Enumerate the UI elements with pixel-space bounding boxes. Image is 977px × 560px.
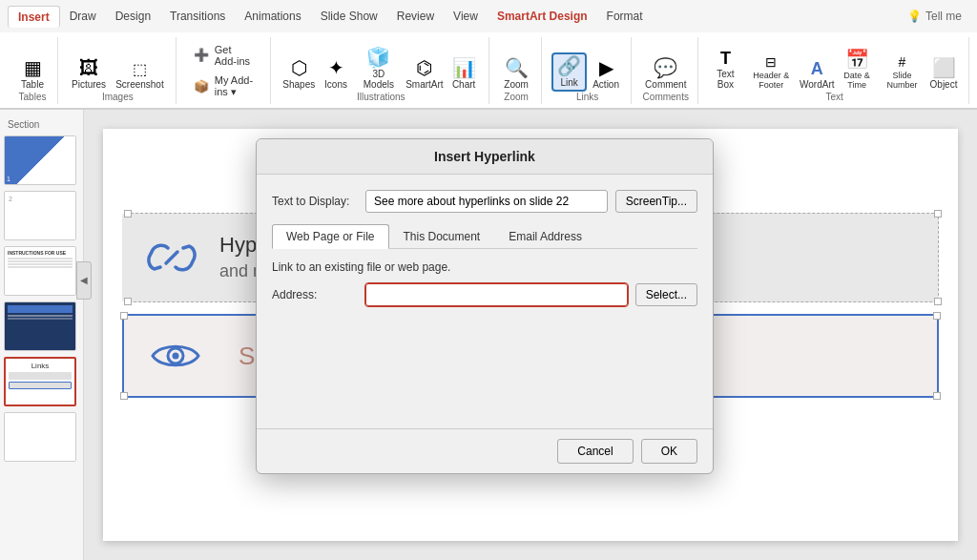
wordart-icon: A (811, 60, 823, 77)
chart-button[interactable]: 📊 Chart (447, 56, 481, 92)
tab-transitions[interactable]: Transitions (160, 6, 235, 27)
link-icon: 🔗 (557, 56, 581, 75)
text-group-label: Text (826, 92, 843, 104)
dialog-title: Insert Hyperlink (257, 139, 713, 175)
shapes-button[interactable]: ⬡ Shapes (281, 56, 317, 92)
slide-thumb-3[interactable]: INSTRUCTIONS FOR USE (4, 246, 76, 296)
lightbulb-icon: 💡 (907, 10, 922, 23)
slidenumber-icon: # (899, 55, 906, 69)
action-icon: ▶ (599, 58, 613, 77)
slide-thumb-5-active[interactable]: Links (4, 357, 76, 406)
zoom-group-label: Zoom (504, 92, 529, 104)
text-to-display-input[interactable] (365, 190, 608, 213)
tab-view[interactable]: View (444, 6, 488, 27)
shapes-icon: ⬡ (291, 58, 307, 77)
zoom-icon: 🔍 (505, 58, 529, 77)
slide-thumb-2[interactable]: 2 (4, 191, 76, 240)
get-addins-button[interactable]: ➕ Get Add-ins (186, 42, 263, 69)
ribbon-group-illustrations: ⬡ Shapes ✦ Icons 🧊 3D Models ⌬ SmartArt … (273, 37, 489, 104)
address-row: Address: Select... (272, 283, 697, 306)
canvas-area: Links (84, 110, 977, 560)
tell-me-bar[interactable]: 💡 Tell me (900, 6, 969, 27)
ribbon-group-links: 🔗 Link ▶ Action Links (544, 37, 632, 104)
tab-review[interactable]: Review (387, 6, 444, 27)
tab-format[interactable]: Format (597, 6, 653, 27)
tab-this-document[interactable]: This Document (389, 224, 495, 248)
ribbon-content: ▦ Table Tables 🖼 Pictures ⬚ Screenshot I… (0, 32, 977, 109)
ok-button[interactable]: OK (641, 439, 697, 464)
smartart-icon: ⌬ (416, 58, 432, 77)
object-icon: ⬜ (932, 58, 956, 77)
insert-hyperlink-dialog: Insert Hyperlink Text to Display: Screen… (256, 138, 714, 474)
dialog-body: Text to Display: ScreenTip... Web Page o… (257, 175, 713, 428)
action-button[interactable]: ▶ Action (589, 56, 623, 92)
ribbon-group-images: 🖼 Pictures ⬚ Screenshot Images (60, 37, 177, 104)
dialog-footer: Cancel OK (257, 428, 713, 473)
screenshot-icon: ⬚ (133, 62, 147, 77)
main-layout: Section 1 2 INSTRUCTIONS FOR USE (0, 110, 977, 560)
illustrations-group-label: Illustrations (357, 92, 405, 104)
header-footer-button[interactable]: ⊟ Header & Footer (744, 53, 798, 92)
datetime-icon: 📅 (845, 50, 869, 69)
tell-me-label: Tell me (925, 10, 962, 23)
ribbon-group-tables: ▦ Table Tables (8, 37, 58, 104)
tab-draw[interactable]: Draw (60, 6, 106, 27)
my-addins-icon: 📦 (194, 79, 209, 93)
comment-icon: 💬 (654, 58, 677, 77)
tab-design[interactable]: Design (106, 6, 160, 27)
ribbon-tab-bar: Insert Draw Design Transitions Animation… (0, 0, 977, 32)
address-input[interactable] (365, 283, 628, 306)
textbox-button[interactable]: T Text Box (708, 48, 742, 92)
icons-button[interactable]: ✦ Icons (319, 56, 353, 92)
slide-thumb-1[interactable]: 1 (4, 135, 76, 185)
comments-group-label: Comments (643, 92, 689, 104)
icons-icon: ✦ (328, 58, 344, 77)
pictures-button[interactable]: 🖼 Pictures (68, 56, 110, 92)
slide-thumb-6[interactable] (4, 412, 76, 462)
text-to-display-label: Text to Display: (272, 195, 358, 208)
address-label: Address: (272, 288, 358, 301)
textbox-icon: T (720, 50, 731, 67)
datetime-button[interactable]: 📅 Date & Time (836, 48, 878, 92)
smartart-button[interactable]: ⌬ SmartArt (405, 56, 445, 92)
dialog-description: Link to an existing file or web page. (272, 260, 697, 274)
3d-models-button[interactable]: 🧊 3D Models (355, 46, 403, 92)
section-label: Section (4, 117, 79, 135)
screenshot-button[interactable]: ⬚ Screenshot (112, 60, 168, 92)
wordart-button[interactable]: A WordArt (800, 58, 834, 92)
header-icon: ⊟ (765, 55, 777, 69)
links-group-label: Links (576, 92, 598, 104)
screentip-button[interactable]: ScreenTip... (615, 190, 697, 213)
comment-button[interactable]: 💬 Comment (641, 56, 690, 92)
text-to-display-row: Text to Display: ScreenTip... (272, 190, 697, 213)
images-group-label: Images (102, 92, 134, 104)
dialog-spacer (272, 318, 697, 413)
object-button[interactable]: ⬜ Object (926, 56, 961, 92)
select-button[interactable]: Select... (635, 283, 697, 306)
tab-insert[interactable]: Insert (8, 6, 60, 28)
chart-icon: 📊 (452, 58, 476, 77)
slide-thumb-4[interactable] (4, 301, 76, 351)
ribbon-group-comments: 💬 Comment Comments (634, 37, 698, 104)
my-addins-button[interactable]: 📦 My Add-ins ▾ (186, 73, 263, 100)
tab-smartart[interactable]: SmartArt Design (488, 6, 597, 27)
addins-icon: ➕ (194, 48, 209, 62)
cancel-button[interactable]: Cancel (557, 439, 633, 464)
slide-panel: Section 1 2 INSTRUCTIONS FOR USE (0, 110, 84, 560)
tab-animations[interactable]: Animations (235, 6, 310, 27)
pictures-icon: 🖼 (79, 58, 98, 77)
zoom-button[interactable]: 🔍 Zoom (499, 56, 533, 92)
3d-icon: 🧊 (366, 48, 390, 67)
slidenumber-button[interactable]: # Slide Number (880, 53, 925, 92)
tab-webpage[interactable]: Web Page or File (272, 224, 389, 249)
tab-email-address[interactable]: Email Address (494, 224, 596, 248)
link-button[interactable]: 🔗 Link (551, 52, 587, 92)
table-icon: ▦ (24, 58, 42, 77)
tab-slideshow[interactable]: Slide Show (311, 6, 387, 27)
ribbon: Insert Draw Design Transitions Animation… (0, 0, 977, 110)
tables-group-label: Tables (19, 92, 47, 104)
ribbon-group-zoom: 🔍 Zoom Zoom (491, 37, 542, 104)
dialog-overlay: Insert Hyperlink Text to Display: Screen… (84, 110, 977, 560)
dialog-tabs: Web Page or File This Document Email Add… (272, 224, 697, 249)
table-button[interactable]: ▦ Table (15, 56, 50, 92)
